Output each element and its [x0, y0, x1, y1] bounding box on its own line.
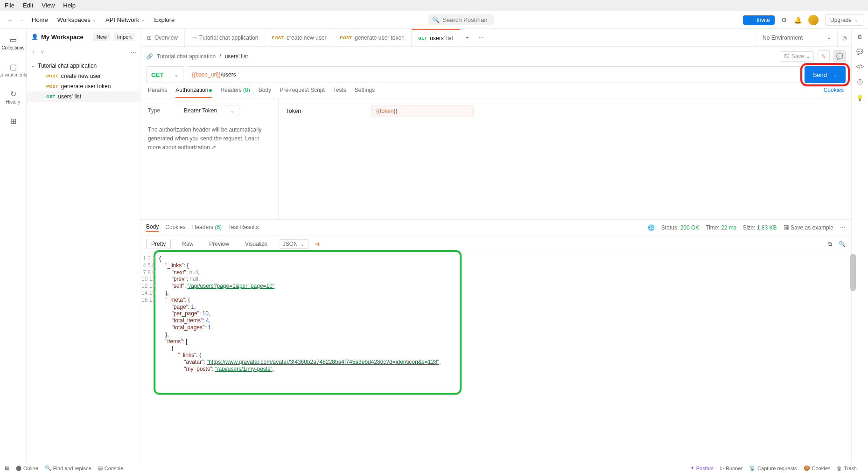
token-input[interactable]: {{token}} [371, 105, 474, 117]
invite-button[interactable]: 👤Invite [743, 15, 775, 25]
sb-postbot[interactable]: ✦ Postbot [690, 465, 714, 471]
save-button[interactable]: 🖫Save⌄ [780, 51, 814, 62]
tab-headers[interactable]: Headers (8) [220, 87, 250, 98]
comments-icon[interactable]: 💬 [856, 49, 863, 55]
nav-workspaces[interactable]: Workspaces⌄ [57, 16, 96, 23]
nav-forward[interactable]: → [16, 14, 27, 26]
tree-request[interactable]: POSTgenerate user token [27, 81, 140, 91]
tab-request-active[interactable]: GETusers' list [412, 29, 460, 46]
search-response-icon[interactable]: 🔍 [839, 241, 846, 247]
url-variable: {{base_url}} [192, 71, 221, 78]
json-code[interactable]: { "_links": { "next": null, "prev": null… [159, 252, 441, 383]
network-icon[interactable]: 🌐 [648, 224, 655, 231]
settings-icon[interactable]: ⚙ [781, 16, 787, 24]
crumb-collection[interactable]: Tutorial chat application [157, 53, 216, 60]
menu-edit[interactable]: Edit [23, 2, 33, 9]
app-menubar[interactable]: File Edit View Help [0, 0, 868, 11]
code-icon[interactable]: </> [856, 63, 864, 70]
tab-prerequest[interactable]: Pre-request Script [280, 87, 325, 98]
share-icon[interactable]: ✎ [818, 50, 830, 63]
line-gutter: 1 2 3 4 5 6 7 8 9 10 11 12 13 14 15 16 1… [140, 252, 159, 383]
save-example-button[interactable]: 🖫 Save as example [784, 224, 833, 231]
environment-select[interactable]: No Environment⌄ [756, 29, 837, 46]
person-plus-icon: 👤 [748, 17, 755, 23]
auth-docs-link[interactable]: authorization [178, 144, 210, 151]
authorization-panel: Type Bearer Token⌄ The authorization hea… [140, 98, 851, 220]
env-quicklook-icon[interactable]: ◎ [837, 29, 851, 46]
nav-back[interactable]: ← [5, 14, 16, 26]
sb-cookies[interactable]: 🍪 Cookies [804, 465, 831, 471]
response-body-viewer[interactable]: 1 2 3 4 5 6 7 8 9 10 11 12 13 14 15 16 1… [140, 252, 851, 383]
format-select[interactable]: JSON⌄ [279, 239, 308, 249]
nav-home[interactable]: Home [32, 16, 48, 23]
sb-console[interactable]: ▤ Console [98, 465, 123, 471]
wrap-lines-icon[interactable]: ⇉ [315, 241, 320, 247]
rail-environments[interactable]: ▢Environments [0, 61, 26, 79]
docs-icon[interactable]: 🗎 [857, 34, 863, 40]
method-select[interactable]: GET⌄ [146, 66, 183, 83]
tree-request[interactable]: POSTcreate new user [27, 71, 140, 81]
menu-file[interactable]: File [5, 2, 14, 9]
request-config-tabs: Params Authorization Headers (8) Body Pr… [140, 83, 851, 98]
tree-request-selected[interactable]: GETusers' list [27, 91, 140, 102]
import-button[interactable]: Import [113, 33, 135, 41]
search-input[interactable]: 🔍 [428, 14, 494, 25]
view-raw[interactable]: Raw [177, 239, 198, 249]
tab-body[interactable]: Body [259, 87, 271, 98]
view-preview[interactable]: Preview [204, 239, 234, 249]
avatar[interactable] [808, 15, 819, 25]
sb-runner[interactable]: ▷ Runner [720, 465, 742, 471]
tab-collection[interactable]: ▭Tutorial chat application [185, 29, 265, 46]
rail-more[interactable]: ⊞ [0, 115, 26, 127]
nav-api-network[interactable]: API Network⌄ [105, 16, 145, 23]
sb-trash[interactable]: 🗑 Trash [837, 466, 857, 471]
search-field[interactable] [442, 16, 489, 23]
copy-icon[interactable]: ⧉ [828, 241, 832, 247]
tab-tests[interactable]: Tests [333, 87, 346, 98]
more-icon[interactable]: ⋯ [840, 224, 846, 231]
scrollbar-thumb[interactable] [850, 254, 856, 291]
sidebar-toolbar: ＋ ⑂ ⋯ [27, 45, 140, 59]
tab-more[interactable]: ⋯ [474, 29, 488, 46]
tab-request[interactable]: POSTgenerate user token [333, 29, 411, 46]
tab-authorization[interactable]: Authorization [175, 87, 212, 98]
chevron-down-icon: ⌄ [854, 17, 858, 22]
url-input[interactable]: {{base_url}}/users [187, 66, 801, 83]
resp-tab-tests[interactable]: Test Results [228, 224, 259, 231]
chevron-down-icon: ⌄ [301, 242, 304, 247]
rail-collections[interactable]: ▭Collections [0, 34, 26, 52]
cookies-link[interactable]: Cookies [824, 87, 844, 98]
sb-panel-toggle[interactable]: ▦ [5, 465, 9, 471]
add-icon[interactable]: ＋ [30, 48, 36, 56]
collection-folder[interactable]: ⌄ Tutorial chat application [27, 61, 140, 71]
upgrade-button[interactable]: Upgrade⌄ [825, 14, 863, 26]
view-visualize[interactable]: Visualize [240, 239, 272, 249]
filter-icon[interactable]: ⑂ [41, 49, 44, 56]
menu-view[interactable]: View [42, 2, 55, 9]
more-icon[interactable]: ⋯ [131, 49, 136, 56]
tab-params[interactable]: Params [148, 87, 167, 98]
send-button[interactable]: Send⌄ [805, 66, 846, 83]
chevron-down-icon: ⌄ [31, 63, 35, 68]
tab-settings[interactable]: Settings [355, 87, 375, 98]
comment-icon[interactable]: 💬 [833, 50, 846, 63]
tab-request[interactable]: POSTcreate new user [265, 29, 333, 46]
rail-history[interactable]: ↻History [0, 88, 26, 106]
nav-explore[interactable]: Explore [154, 16, 175, 23]
response-tabs: Body Cookies Headers (6) Test Results 🌐 … [140, 220, 851, 236]
notifications-icon[interactable]: 🔔 [794, 16, 802, 24]
tab-add[interactable]: ＋ [460, 29, 474, 46]
sb-capture[interactable]: 📡 Capture requests [749, 465, 797, 471]
resp-tab-body[interactable]: Body [146, 223, 159, 232]
sb-online[interactable]: ⬤ Online [16, 465, 38, 471]
resp-tab-headers[interactable]: Headers (6) [192, 224, 222, 231]
view-pretty[interactable]: Pretty [146, 239, 171, 249]
tab-overview[interactable]: ⊞Overview [140, 29, 185, 46]
lightbulb-icon[interactable]: 💡 [856, 95, 863, 101]
sb-find-replace[interactable]: 🔍 Find and replace [45, 465, 91, 471]
info-icon[interactable]: ⓘ [857, 78, 863, 86]
auth-type-select[interactable]: Bearer Token⌄ [179, 105, 239, 116]
resp-tab-cookies[interactable]: Cookies [165, 224, 185, 231]
new-button[interactable]: New [93, 33, 111, 41]
menu-help[interactable]: Help [63, 2, 76, 9]
